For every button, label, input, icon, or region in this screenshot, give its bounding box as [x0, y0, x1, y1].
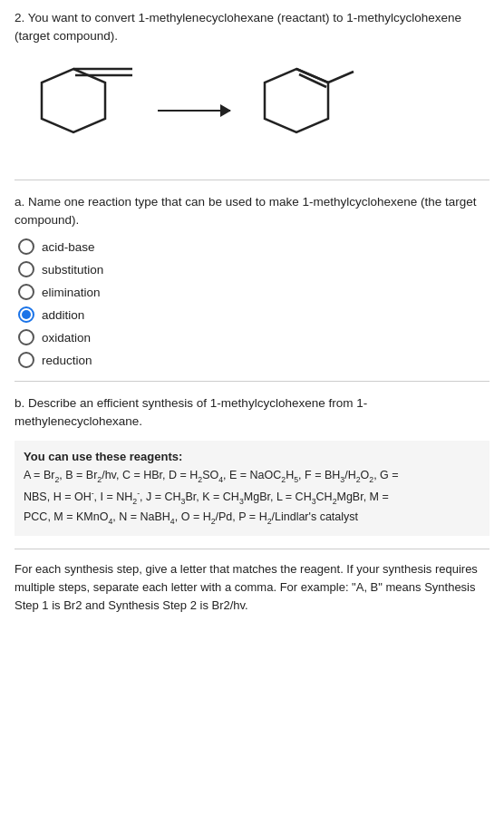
- part-b-question: b. Describe an efficient synthesis of 1-…: [15, 394, 489, 432]
- molecule-diagram-row: [24, 55, 489, 167]
- radio-acid-base[interactable]: [18, 238, 34, 255]
- label-reduction: reduction: [42, 354, 92, 367]
- option-elimination[interactable]: elimination: [18, 284, 489, 300]
- option-oxidation[interactable]: oxidation: [18, 329, 489, 345]
- label-substitution: substitution: [42, 263, 103, 277]
- option-substitution[interactable]: substitution: [18, 261, 489, 277]
- svg-marker-0: [42, 69, 105, 132]
- reaction-type-options: acid-base substitution elimination addit…: [18, 238, 489, 368]
- section-divider-2: [15, 381, 489, 382]
- part-b-section: b. Describe an efficient synthesis of 1-…: [15, 394, 489, 536]
- radio-reduction[interactable]: [18, 352, 34, 368]
- footer-instructions: For each synthesis step, give a letter t…: [15, 549, 489, 615]
- label-addition: addition: [42, 308, 84, 322]
- radio-substitution[interactable]: [18, 261, 34, 277]
- label-elimination: elimination: [42, 286, 101, 299]
- radio-oxidation[interactable]: [18, 329, 34, 345]
- label-oxidation: oxidation: [42, 331, 91, 345]
- reagents-content: A = Br2, B = Br2/hv, C = HBr, D = H2SO4,…: [24, 466, 480, 528]
- reagents-title: You can use these reagents:: [24, 448, 480, 467]
- reaction-arrow: [158, 110, 230, 112]
- radio-elimination[interactable]: [18, 284, 34, 300]
- part-a-question: a. Name one reaction type that can be us…: [15, 193, 489, 230]
- question2-text: 2. You want to convert 1-methylenecycloh…: [15, 9, 489, 46]
- option-addition[interactable]: addition: [18, 306, 489, 323]
- option-acid-base[interactable]: acid-base: [18, 238, 489, 255]
- reagents-box: You can use these reagents: A = Br2, B =…: [15, 441, 489, 536]
- product-molecule: [247, 55, 364, 167]
- option-reduction[interactable]: reduction: [18, 352, 489, 368]
- svg-line-6: [328, 72, 354, 83]
- reactant-molecule: [24, 55, 141, 167]
- label-acid-base: acid-base: [42, 240, 95, 254]
- section-divider-1: [15, 180, 489, 180]
- radio-addition[interactable]: [18, 306, 34, 323]
